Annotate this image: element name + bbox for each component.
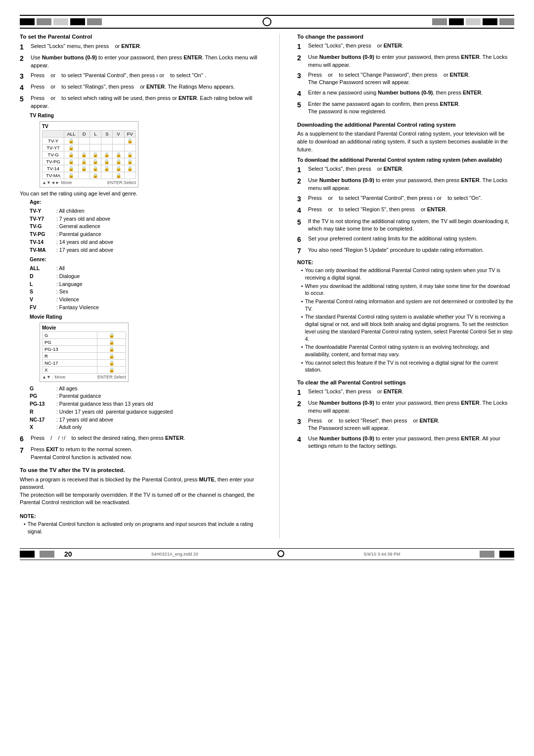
def-value: : General audience — [56, 223, 100, 231]
note-bullet-item: The Parental Control rating information … — [297, 298, 514, 312]
content-area: To set the Parental Control 1 Select "Lo… — [20, 34, 514, 538]
left-column: To set the Parental Control 1 Select "Lo… — [20, 34, 262, 538]
step-number: 1 — [297, 165, 306, 174]
tv-col-d: D — [79, 131, 90, 138]
bottom-file-info-right: 5/4/10 3:44:39 PM — [364, 552, 400, 557]
table-row: TV-PG 🔒 🔒 🔒 🔒 🔒 🔒 — [43, 158, 136, 165]
rating-cell: 🔒 — [64, 158, 78, 165]
rating-label: TV-PG — [43, 158, 64, 165]
def-label: L — [30, 281, 54, 288]
step-item: 4 Use Number buttons (0-9) to enter your… — [297, 435, 514, 450]
note-bullet-item: When you download the additional rating … — [297, 283, 514, 297]
tv-col-v: V — [113, 131, 124, 138]
def-label: X — [30, 424, 54, 431]
step-text: Press EXIT to return to the normal scree… — [31, 446, 262, 461]
step-item: 4 Press or to select "Ratings", then pre… — [20, 83, 262, 92]
def-value: : Sex — [56, 288, 68, 296]
def-value: : All — [56, 265, 65, 273]
use-tv-after-protected-section: To use the TV after the TV is protected.… — [20, 467, 262, 507]
def-label: ALL — [30, 265, 54, 273]
step-text: Press or to select "Change Password", th… — [308, 71, 514, 87]
step-item: 3 Press or to select "Change Password", … — [297, 71, 514, 87]
rating-cell — [79, 172, 90, 179]
step-number: 6 — [297, 235, 306, 244]
top-bar-block-r1 — [432, 18, 447, 25]
top-bar-left-blocks — [20, 18, 102, 25]
step-text: Select "Locks", then press or ENTER. — [308, 42, 514, 51]
tv-col-all: ALL — [64, 131, 78, 138]
top-bar — [20, 15, 514, 29]
def-label: G — [30, 385, 54, 393]
movie-footer-move: ▲▼ : Move — [42, 375, 65, 379]
def-value: : Under 17 years old parental guidance s… — [56, 408, 173, 416]
def-label: TV-Y7 — [30, 215, 54, 223]
top-bar-block-r3 — [466, 18, 481, 25]
step-number: 5 — [20, 94, 29, 110]
rating-cell — [79, 144, 90, 151]
top-bar-block-r2 — [449, 18, 464, 25]
def-label: FV — [30, 304, 54, 312]
rating-cell: 🔒 — [79, 151, 90, 158]
rating-label: TV-Y7 — [43, 144, 64, 151]
def-row: FV : Fantasy Violence — [30, 304, 262, 312]
step-item: 3 Press or to select "Parental Control",… — [20, 72, 262, 81]
def-label: TV-Y — [30, 207, 54, 215]
movie-rating-area: Movie Rating Movie G 🔒 PG — [30, 314, 262, 382]
def-label: TV-PG — [30, 231, 54, 238]
table-row: PG-13 🔒 — [43, 345, 126, 352]
step-item: 7 Press EXIT to return to the normal scr… — [20, 446, 262, 461]
rating-cell — [124, 172, 135, 179]
tv-col-l: L — [90, 131, 101, 138]
tv-table-footer: ▲▼◄► Move ENTER:Select — [42, 180, 136, 185]
step-item: 2 Use Number buttons (0-9) to enter your… — [297, 399, 514, 415]
def-value: : Dialogue — [56, 273, 80, 281]
download-parental-title: Downloading the additional Parental Cont… — [297, 122, 514, 128]
rating-cell: 🔒 — [79, 165, 90, 172]
step-number: 2 — [297, 177, 306, 192]
rating-cell — [101, 138, 113, 144]
rating-cell: 🔒 — [124, 158, 135, 165]
step-text: Use Number buttons (0-9) to enter your p… — [308, 177, 514, 192]
top-bar-block-3 — [53, 18, 68, 25]
def-value: : 17 years old and above — [56, 416, 113, 424]
movie-lock-cell: 🔒 — [97, 352, 126, 359]
column-divider — [279, 34, 280, 538]
def-row: R : Under 17 years old parental guidance… — [30, 408, 262, 416]
movie-definitions: G : All ages PG : Parental guidance PG-1… — [30, 385, 262, 432]
step-text: Press or to select which rating will be … — [31, 94, 262, 110]
top-bar-block-2 — [37, 18, 51, 25]
rating-label: TV-Y — [43, 138, 64, 144]
bottom-bar-block-r1 — [480, 551, 494, 558]
note-bullet-item: You cannot select this feature if the TV… — [297, 359, 514, 374]
genre-definitions: Genre: ALL : All D : Dialogue L : Langua… — [30, 256, 262, 311]
tv-col-s: S — [101, 131, 113, 138]
step-text: Use Number buttons (0-9) to enter your p… — [308, 435, 514, 450]
def-value: : All ages — [56, 385, 78, 393]
def-row: D : Dialogue — [30, 273, 262, 281]
download-subsection-title: To download the additional Parental Cont… — [297, 157, 514, 164]
def-value: : Parental guidance — [56, 392, 101, 400]
rating-label: TV-MA — [43, 172, 64, 179]
step-item: 5 Press or to select which rating will b… — [20, 94, 262, 110]
step-number: 1 — [20, 43, 29, 51]
step-item: 1 Select "Locks", then press or ENTER. — [297, 42, 514, 51]
top-bar-block-5 — [87, 18, 102, 25]
step-text: Enter the same password again to confirm… — [308, 100, 514, 116]
tv-col-header — [43, 131, 64, 138]
download-parental-control-section: Downloading the additional Parental Cont… — [297, 122, 514, 374]
rating-cell: 🔒 — [90, 172, 101, 179]
bottom-center-circle — [277, 550, 284, 558]
step-text: Press or to select "Region 5", then pres… — [308, 206, 514, 215]
step-text: Set your preferred content rating limits… — [308, 235, 514, 244]
def-label: TV-14 — [30, 238, 54, 246]
age-note: You can set the rating using age level a… — [20, 190, 262, 196]
rating-cell — [90, 138, 101, 144]
step-text: Press or to select "Reset", then press o… — [308, 417, 514, 432]
rating-cell: 🔒 — [79, 158, 90, 165]
step-number: 4 — [297, 435, 306, 450]
tv-rating-title: TV Rating — [30, 112, 262, 118]
def-label: V — [30, 296, 54, 304]
movie-rating-cell: PG — [43, 338, 97, 345]
movie-lock-cell: 🔒 — [97, 359, 126, 366]
circle-decorative-icon — [263, 17, 271, 26]
